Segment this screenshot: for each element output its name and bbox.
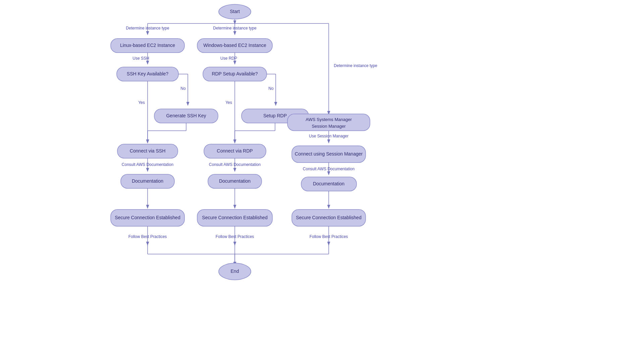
gen-ssh-label: Generate SSH Key (166, 113, 206, 118)
use-sm-label: Use Session Manager (309, 134, 348, 138)
consult-doc3: Consult AWS Documentation (303, 167, 355, 171)
secure3-label: Secure Connection Established (296, 215, 361, 220)
doc-label3: Documentation (313, 181, 344, 186)
setup-rdp-label: Setup RDP (263, 113, 287, 118)
ssh-key-label: SSH Key Available? (127, 71, 168, 76)
doc-label2: Documentation (219, 178, 251, 184)
secure2-label: Secure Connection Established (202, 215, 267, 220)
aws-ssm-label-line1: AWS Systems Manager (306, 117, 352, 122)
doc-label1: Documentation (132, 178, 163, 184)
consult-doc2: Consult AWS Documentation (209, 162, 261, 167)
secure1-label: Secure Connection Established (115, 215, 180, 220)
linux-label: Determine instance type (126, 26, 169, 31)
yes-label1: Yes (138, 100, 145, 105)
fbp-label3: Follow Best Practices (310, 234, 348, 239)
consult-doc1: Consult AWS Documentation (122, 162, 173, 167)
windows-label: Determine instance type (213, 26, 257, 31)
fbp-label2: Follow Best Practices (216, 234, 254, 239)
no-label1: No (180, 86, 186, 91)
session-mgr-instance-label: Determine instance type (334, 63, 377, 68)
no-label2: No (268, 86, 274, 91)
windows-ec2-label: Windows-based EC2 Instance (203, 43, 266, 48)
fbp-label1: Follow Best Practices (128, 234, 167, 239)
yes-label2: Yes (225, 100, 232, 105)
rdp-setup-label: RDP Setup Available? (212, 71, 258, 76)
linux-ec2-label: Linux-based EC2 Instance (120, 43, 175, 48)
aws-ssm-label-line2: Session Manager (312, 124, 346, 129)
end-label: End (231, 268, 239, 274)
use-rdp-label: Use RDP (220, 56, 237, 61)
connect-sm-label: Connect using Session Manager (295, 151, 363, 157)
start-label: Start (230, 9, 240, 14)
use-ssh-label: Use SSH (132, 56, 149, 61)
connect-ssh-label: Connect via SSH (130, 148, 166, 154)
flowchart-diagram: Start Determine instance type Linux-base… (0, 0, 644, 362)
connect-rdp-label: Connect via RDP (217, 148, 253, 154)
